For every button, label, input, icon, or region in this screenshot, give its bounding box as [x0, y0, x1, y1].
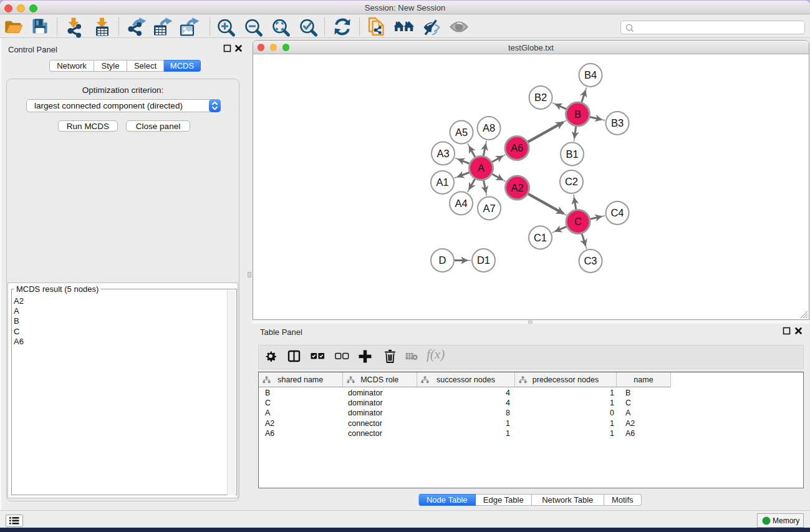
svg-text:B3: B3 — [611, 117, 624, 128]
svg-text:A3: A3 — [436, 148, 449, 159]
svg-text:D: D — [439, 254, 446, 266]
svg-text:A7: A7 — [483, 203, 495, 214]
svg-text:D1: D1 — [477, 254, 490, 266]
svg-text:A5: A5 — [455, 127, 468, 138]
svg-text:C: C — [574, 216, 582, 227]
svg-text:C3: C3 — [584, 255, 597, 266]
svg-text:A2: A2 — [511, 182, 523, 193]
svg-text:B: B — [574, 109, 581, 120]
svg-text:B1: B1 — [566, 148, 578, 160]
svg-text:C4: C4 — [610, 207, 624, 218]
svg-text:A1: A1 — [436, 177, 448, 188]
svg-text:A: A — [478, 162, 485, 173]
svg-text:B2: B2 — [534, 92, 547, 103]
svg-text:A8: A8 — [483, 122, 495, 133]
svg-text:C2: C2 — [565, 176, 578, 187]
svg-text:A4: A4 — [455, 198, 467, 209]
svg-text:C1: C1 — [534, 232, 547, 243]
svg-text:A6: A6 — [511, 142, 523, 153]
svg-text:B4: B4 — [584, 69, 597, 80]
